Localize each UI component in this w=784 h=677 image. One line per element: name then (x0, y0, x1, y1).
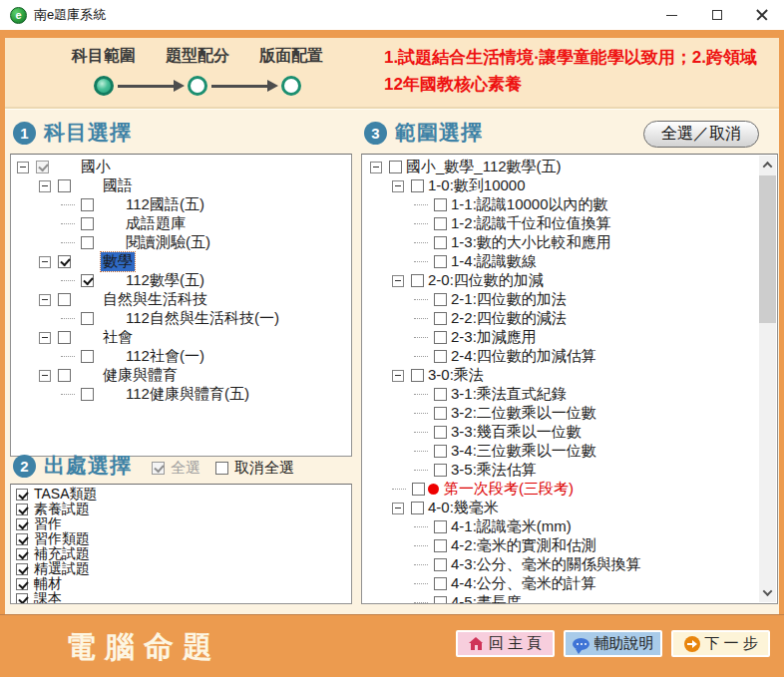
tree-node[interactable]: 自然與生活科技 (11, 290, 351, 309)
checkbox[interactable] (434, 445, 447, 458)
tree-node[interactable]: 2-1:四位數的加法 (362, 290, 757, 309)
checkbox[interactable] (16, 518, 28, 530)
checkbox[interactable] (434, 388, 447, 401)
tree-node-label[interactable]: 112自然與生活科技(一) (124, 309, 281, 328)
minimize-button[interactable] (649, 0, 694, 30)
tree-node[interactable]: 112數學(五) (11, 271, 351, 290)
tree-node[interactable]: 國語 (11, 176, 351, 195)
tree-node[interactable]: 1-0:數到10000 (362, 176, 757, 195)
tree-node-label[interactable]: 4-0:幾毫米 (426, 499, 501, 517)
checkbox[interactable] (434, 407, 447, 420)
collapse-toggle-icon[interactable] (392, 180, 404, 192)
collapse-toggle-icon[interactable] (39, 256, 51, 268)
collapse-toggle-icon[interactable] (39, 332, 51, 344)
scrollbar-thumb[interactable] (759, 175, 776, 323)
checkbox[interactable] (411, 274, 424, 287)
tree-node-label[interactable]: 1-4:認識數線 (449, 252, 539, 271)
tree-node[interactable]: 國小 (11, 158, 351, 176)
checkbox[interactable] (434, 255, 447, 268)
tree-node[interactable]: 數學 (11, 252, 351, 271)
checkbox[interactable] (411, 502, 424, 514)
checkbox[interactable] (16, 489, 28, 501)
checkbox[interactable] (434, 198, 447, 211)
checkbox[interactable] (434, 464, 447, 477)
collapse-toggle-icon[interactable] (17, 162, 29, 173)
checkbox[interactable] (434, 426, 447, 439)
collapse-toggle-icon[interactable] (39, 294, 51, 306)
tree-node[interactable]: 4-2:毫米的實測和估測 (362, 536, 757, 555)
maximize-button[interactable] (694, 0, 739, 30)
source-item[interactable]: 輔材 (14, 576, 351, 591)
tree-node-label[interactable]: 3-0:乘法 (426, 366, 486, 385)
tree-node-label[interactable]: 112國語(五) (124, 195, 206, 214)
tree-node[interactable]: 3-0:乘法 (362, 366, 757, 385)
tree-node-label[interactable]: 國小_數學_112數學(五) (404, 158, 564, 176)
checkbox[interactable] (434, 539, 447, 552)
checkbox[interactable] (434, 558, 447, 571)
tree-node-label[interactable]: 4-2:毫米的實測和估測 (449, 536, 598, 555)
checkbox[interactable] (16, 533, 28, 545)
deselect-all-checkbox[interactable]: 取消全選 (215, 459, 294, 478)
tree-node[interactable]: 3-3:幾百乘以一位數 (362, 423, 757, 442)
tree-node-label[interactable]: 3-3:幾百乘以一位數 (449, 423, 584, 442)
checkbox[interactable] (16, 504, 28, 515)
tree-node-label[interactable]: 2-2:四位數的減法 (449, 309, 569, 328)
checkbox[interactable] (36, 161, 49, 173)
tree-node[interactable]: 4-5:畫長度 (362, 593, 757, 604)
step-circle-1[interactable] (94, 76, 114, 96)
tree-node[interactable]: 社會 (11, 328, 351, 347)
tree-node[interactable]: 1-4:認識數線 (362, 252, 757, 271)
tree-node-label[interactable]: 2-4:四位數的加減估算 (449, 347, 598, 366)
checkbox[interactable] (81, 388, 94, 401)
tree-node[interactable]: 4-3:公分、毫米的關係與換算 (362, 555, 757, 574)
checkbox[interactable] (16, 578, 28, 590)
tree-node-label[interactable]: 1-0:數到10000 (426, 176, 528, 195)
tree-node[interactable]: 112健康與體育(五) (11, 385, 351, 404)
checkbox[interactable] (434, 312, 447, 325)
tree-node-label[interactable]: 1-2:認識千位和位值換算 (449, 214, 613, 233)
checkbox[interactable] (434, 596, 447, 604)
checkbox[interactable] (81, 198, 94, 211)
tree-node-label[interactable]: 第一次段考(三段考) (442, 480, 576, 499)
tree-node-label[interactable]: 國語 (101, 176, 135, 195)
tree-node-label[interactable]: 2-0:四位數的加減 (426, 271, 546, 290)
tree-node-label[interactable]: 3-2:二位數乘以一位數 (449, 404, 598, 423)
tree-node[interactable]: 2-0:四位數的加減 (362, 271, 757, 290)
tree-node-label[interactable]: 健康與體育 (101, 366, 180, 385)
help-button[interactable]: 輔助說明 (564, 630, 662, 657)
collapse-toggle-icon[interactable] (392, 503, 404, 514)
home-button[interactable]: 回主頁 (456, 630, 555, 657)
scroll-up-icon[interactable] (759, 157, 776, 173)
tree-node[interactable]: 4-4:公分、毫米的計算 (362, 574, 757, 593)
checkbox[interactable] (16, 563, 28, 575)
tree-node-label[interactable]: 閱讀測驗(五) (124, 233, 212, 252)
checkbox[interactable] (434, 236, 447, 249)
tree-node[interactable]: 1-2:認識千位和位值換算 (362, 214, 757, 233)
checkbox[interactable] (389, 161, 402, 173)
checkbox[interactable] (434, 293, 447, 306)
checkbox[interactable] (81, 312, 94, 325)
tree-node-label[interactable]: 4-3:公分、毫米的關係與換算 (449, 555, 643, 574)
checkbox[interactable] (81, 236, 94, 249)
tree-node-label[interactable]: 112社會(一) (124, 347, 206, 366)
close-button[interactable] (739, 0, 784, 30)
checkbox[interactable] (411, 369, 424, 382)
tree-node[interactable]: 健康與體育 (11, 366, 351, 385)
step-circle-2[interactable] (188, 76, 207, 96)
checkbox[interactable] (434, 350, 447, 363)
tree-node[interactable]: 1-3:數的大小比較和應用 (362, 233, 757, 252)
checkbox[interactable] (412, 483, 425, 496)
tree-node-label[interactable]: 3-1:乘法直式紀錄 (449, 385, 569, 404)
checkbox[interactable] (81, 350, 94, 363)
source-item[interactable]: 精選試題 (14, 561, 351, 576)
tree-node[interactable]: 2-2:四位數的減法 (362, 309, 757, 328)
tree-node[interactable]: 第一次段考(三段考) (362, 480, 757, 499)
collapse-toggle-icon[interactable] (370, 162, 382, 173)
checkbox[interactable] (16, 548, 28, 560)
source-item[interactable]: 課本 (14, 591, 351, 604)
tree-node-label[interactable]: 成語題庫 (124, 214, 188, 233)
tree-node[interactable]: 2-4:四位數的加減估算 (362, 347, 757, 366)
tree-node-label[interactable]: 112健康與體育(五) (124, 385, 251, 404)
checkbox[interactable] (58, 293, 71, 306)
checkbox[interactable] (58, 331, 71, 344)
